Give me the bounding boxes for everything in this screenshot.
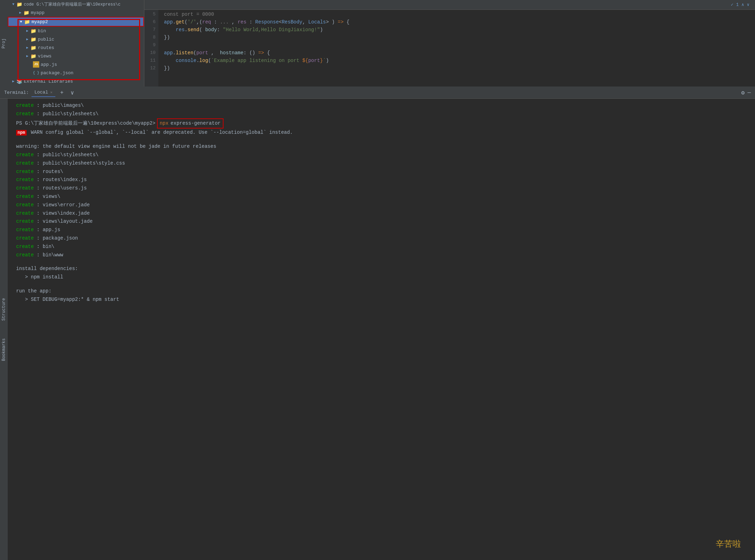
expand-arrow-routes: ▶ xyxy=(25,45,30,50)
tree-label-routes: routes xyxy=(38,45,54,50)
expand-arrow-bin: ▶ xyxy=(25,28,30,34)
terminal-area: Terminal: Local ✕ + ∨ ⚙ — Structure Book… xyxy=(0,87,755,560)
expand-arrow-external: ▶ xyxy=(11,78,16,84)
code-lines: 5 6 7 8 9 10 11 12 const port = 0000 xyxy=(144,10,755,87)
terminal-create-15: create : bin\www xyxy=(16,251,747,260)
expand-arrow-views: ▶ xyxy=(25,53,30,59)
ln8: 8 xyxy=(144,34,156,41)
terminal-create-14: create : bin\ xyxy=(16,243,747,251)
line-numbers: 5 6 7 8 9 10 11 12 xyxy=(144,10,158,87)
terminal-run-header: run the app: xyxy=(16,287,747,296)
file-tree: ▼ 📁 code G:\丁家雄自学前端最后一遍\10express\c ▶ 📁 … xyxy=(8,0,144,87)
ln7: 7 xyxy=(144,26,156,34)
ln11: 11 xyxy=(144,57,156,64)
create-kw-2: create xyxy=(16,111,34,117)
ln5: 5 xyxy=(144,11,156,18)
code-line-11: console.log(`Example app listening on po… xyxy=(164,57,755,64)
blank-1 xyxy=(16,137,747,143)
npm-badge: npm xyxy=(16,130,27,136)
expand-arrow-code: ▼ xyxy=(11,1,16,7)
expand-arrow-public: ▶ xyxy=(25,36,30,42)
bookmarks-label[interactable]: Bookmarks xyxy=(1,338,6,361)
terminal-add-btn[interactable]: + xyxy=(58,89,66,97)
code-line-6: app.get('/',(req : ... , res : Response<… xyxy=(164,18,755,26)
npx-keyword: npx xyxy=(160,119,169,128)
settings-icon[interactable]: ⚙ xyxy=(741,89,745,96)
tree-label-myapp: myapp xyxy=(31,10,44,15)
ln6: 6 xyxy=(144,18,156,26)
terminal-create-6: create : routes\index.js xyxy=(16,176,747,184)
folder-icon-myapp: 📁 xyxy=(23,9,29,16)
warning-msg: warning: xyxy=(16,144,43,149)
tree-item-packagejson[interactable]: { } package.json xyxy=(8,69,144,77)
tree-item-bin[interactable]: ▶ 📁 bin xyxy=(8,27,144,35)
folder-icon-routes: 📁 xyxy=(30,44,36,51)
code-line-8: }) xyxy=(164,34,755,41)
code-line-9 xyxy=(164,41,755,49)
path-2: : public\stylesheets\ xyxy=(37,111,98,117)
tree-label-packagejson: package.json xyxy=(41,70,74,76)
npx-command-box: npx express-generator xyxy=(157,118,224,129)
warning-rest: default view engine will not be jade in … xyxy=(52,144,216,149)
terminal-create-4: create : public\stylesheets\style.css xyxy=(16,159,747,168)
tree-item-routes[interactable]: ▶ 📁 routes xyxy=(8,43,144,52)
project-sidebar: Proj xyxy=(0,0,8,87)
folder-icon-myapp2: 📁 xyxy=(24,19,30,25)
folder-icon-public: 📁 xyxy=(30,36,36,42)
bottom-logo: 辛苦啦 xyxy=(716,538,741,549)
code-line-12: }) xyxy=(164,64,755,72)
terminal-line-1: create : public\images\ xyxy=(16,102,747,110)
left-sidebar: Structure Bookmarks xyxy=(0,99,8,560)
terminal-create-9: create : views\error.jade xyxy=(16,201,747,209)
terminal-header-actions: ⚙ — xyxy=(741,89,751,96)
code-content[interactable]: const port = 0000 app.get('/',(req : ...… xyxy=(158,10,755,87)
folder-icon-bin: 📁 xyxy=(30,28,36,34)
tree-label-bin: bin xyxy=(38,28,46,34)
tree-item-views[interactable]: ▶ 📁 views xyxy=(8,52,144,60)
code-line-5: const port = 0000 xyxy=(164,11,755,18)
warn-text: WARN config global `--global`, `--local`… xyxy=(31,130,293,135)
tree-item-myapp[interactable]: ▶ 📁 myapp xyxy=(8,8,144,17)
down-arrow: ∨ xyxy=(747,2,749,7)
folder-icon-external: 📚 xyxy=(16,78,22,84)
terminal-body: Structure Bookmarks create : public\imag… xyxy=(0,99,755,560)
tree-item-appjs[interactable]: JS app.js xyxy=(8,60,144,69)
tree-item-myapp2[interactable]: ▼ 📁 myapp2 xyxy=(8,17,144,27)
ln10: 10 xyxy=(144,49,156,57)
editor-header: ✓ 1 ∧ ∨ xyxy=(144,0,755,10)
npx-command: express-generator xyxy=(171,119,221,128)
terminal-header: Terminal: Local ✕ + ∨ ⚙ — xyxy=(0,87,755,99)
tree-item-external[interactable]: ▶ 📚 External Libraries xyxy=(8,77,144,85)
tree-label-public: public xyxy=(38,37,54,42)
check-icon: ✓ xyxy=(731,2,733,7)
expand-arrow-myapp2: ▼ xyxy=(18,19,24,25)
tree-label-appjs: app.js xyxy=(41,62,57,67)
tree-label-myapp2: myapp2 xyxy=(32,19,48,25)
tree-label-external: External Libraries xyxy=(24,79,73,84)
minimize-icon[interactable]: — xyxy=(747,90,751,96)
tree-item-public[interactable]: ▶ 📁 public xyxy=(8,35,144,43)
json-icon-packagejson: { } xyxy=(33,70,39,76)
js-icon-appjs: JS xyxy=(33,61,39,68)
terminal-prompt-line: PS G:\丁家雄自学前端最后一遍\10express\code\myapp2>… xyxy=(16,118,747,129)
terminal-warning-line: warning: the default view engine will no… xyxy=(16,143,747,151)
up-arrow: ∧ xyxy=(742,2,744,7)
terminal-tab-close[interactable]: ✕ xyxy=(50,90,53,95)
create-kw-1: create xyxy=(16,103,34,108)
structure-label[interactable]: Structure xyxy=(1,298,6,321)
editor-status: ✓ 1 ∧ ∨ xyxy=(731,2,749,7)
terminal-create-11: create : views\layout.jade xyxy=(16,217,747,226)
blank-2 xyxy=(16,259,747,265)
blank-3 xyxy=(16,282,747,287)
terminal-tab-local[interactable]: Local ✕ xyxy=(32,88,55,97)
terminal-output[interactable]: create : public\images\ create : public\… xyxy=(8,99,755,560)
folder-icon-views: 📁 xyxy=(30,53,36,59)
code-line-7: res.send( body: "Hello World,Hello DingJ… xyxy=(164,26,755,34)
warning-the: the xyxy=(43,144,52,149)
terminal-create-3: create : public\stylesheets\ xyxy=(16,151,747,159)
terminal-dropdown-btn[interactable]: ∨ xyxy=(68,89,76,97)
folder-icon-code: 📁 xyxy=(16,1,22,7)
tree-item-code[interactable]: ▼ 📁 code G:\丁家雄自学前端最后一遍\10express\c xyxy=(8,0,144,8)
terminal-create-5: create : routes\ xyxy=(16,168,747,176)
ps-prompt: PS G:\丁家雄自学前端最后一遍\10express\code\myapp2> xyxy=(16,119,156,128)
